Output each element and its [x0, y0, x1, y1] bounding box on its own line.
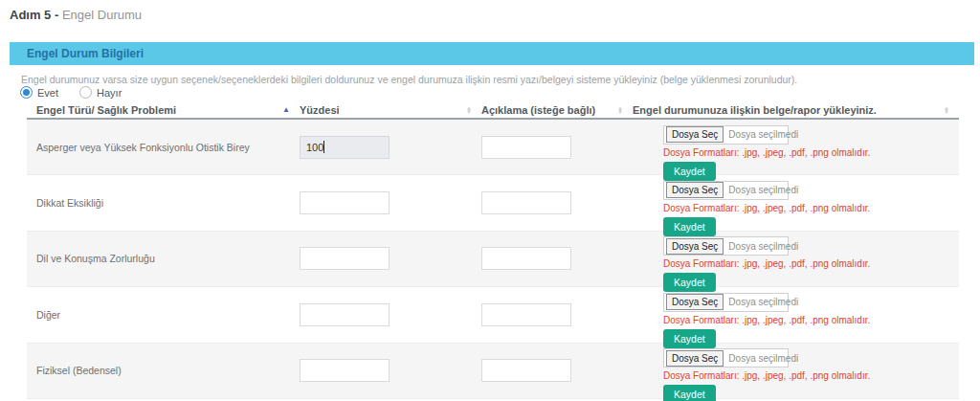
- header-document-upload[interactable]: Engel durumunuza ilişkin belge/rapor yük…: [633, 101, 959, 118]
- no-file-chosen-label: Dosya seçilmedi: [728, 185, 798, 195]
- header-document-upload-label: Engel durumunuza ilişkin belge/rapor yük…: [633, 104, 877, 116]
- table-row: Dikkat Eksikliği Dosya Seç Dosya seçilme…: [27, 175, 959, 231]
- choose-file-button[interactable]: Dosya Seç: [666, 238, 724, 255]
- table-row: Fiziksel (Bedensel) Dosya Seç Dosya seçi…: [27, 344, 959, 399]
- description-input[interactable]: [481, 303, 571, 326]
- row-label: Fiziksel (Bedensel): [27, 344, 300, 398]
- row-label: Dikkat Eksikliği: [27, 175, 300, 230]
- choose-file-button[interactable]: Dosya Seç: [666, 350, 724, 367]
- row-label: Dil ve Konuşma Zorlurluğu: [27, 232, 300, 286]
- no-file-chosen-label: Dosya seçilmedi: [728, 241, 798, 252]
- percentage-input[interactable]: [300, 191, 390, 214]
- sort-both-icon: ▲▼: [466, 106, 472, 114]
- file-input[interactable]: Dosya Seç Dosya seçilmedi: [663, 236, 789, 256]
- description-input[interactable]: [481, 191, 571, 214]
- file-input[interactable]: Dosya Seç Dosya seçilmedi: [663, 125, 789, 145]
- save-button[interactable]: Kaydet: [663, 385, 716, 401]
- sort-both-icon: ▲▼: [944, 106, 949, 114]
- header-percentage-label: Yüzdesi: [300, 104, 340, 116]
- choose-file-button[interactable]: Dosya Seç: [666, 126, 724, 143]
- file-format-warning: Dosya Formatları: .jpg, .jpeg, .pdf, .pn…: [663, 370, 959, 381]
- panel-header: Engel Durum Bilgileri: [10, 42, 974, 65]
- file-format-warning: Dosya Formatları: .jpg, .jpeg, .pdf, .pn…: [663, 258, 959, 269]
- radio-no-icon[interactable]: [79, 86, 92, 99]
- file-format-warning: Dosya Formatları: .jpg, .jpeg, .pdf, .pn…: [663, 315, 959, 325]
- file-input[interactable]: Dosya Seç Dosya seçilmedi: [663, 348, 789, 368]
- header-description-label: Açıklama (isteğe bağlı): [481, 104, 595, 116]
- disability-table: Engel Türü/ Sağlık Problemi ▲ Yüzdesi ▲▼…: [27, 101, 959, 399]
- description-input[interactable]: [481, 247, 571, 270]
- text-cursor: [323, 141, 324, 153]
- file-format-warning: Dosya Formatları: .jpg, .jpeg, .pdf, .pn…: [663, 203, 959, 213]
- row-label: Diğer: [27, 287, 300, 342]
- radio-yes-icon[interactable]: [20, 86, 33, 99]
- percentage-input[interactable]: 100: [300, 136, 390, 159]
- radio-no-label: Hayır: [97, 87, 122, 99]
- file-format-warning: Dosya Formatları: .jpg, .jpeg, .pdf, .pn…: [663, 147, 959, 158]
- percentage-input[interactable]: [300, 247, 390, 270]
- table-header-row: Engel Türü/ Sağlık Problemi ▲ Yüzdesi ▲▼…: [27, 101, 959, 120]
- header-description[interactable]: Açıklama (isteğe bağlı) ▲▼: [481, 101, 633, 118]
- table-row: Diğer Dosya Seç Dosya seçilmedi Dosya Fo…: [27, 287, 959, 343]
- sort-ascending-icon: ▲: [282, 106, 290, 114]
- description-input[interactable]: [481, 359, 571, 382]
- sort-both-icon: ▲▼: [617, 106, 623, 114]
- step-number-label: Adım 5 -: [10, 8, 58, 22]
- instruction-text: Engel durumunuz varsa size uygun seçenek…: [21, 74, 797, 85]
- step-name-label: Engel Durumu: [62, 8, 142, 22]
- choose-file-button[interactable]: Dosya Seç: [666, 294, 724, 310]
- no-file-chosen-label: Dosya seçilmedi: [728, 129, 798, 140]
- page-title: Adım 5 - Engel Durumu: [10, 8, 142, 22]
- row-label: Asperger veya Yüksek Fonksiyonlu Otistik…: [27, 120, 300, 174]
- percentage-value: 100: [306, 142, 323, 153]
- percentage-input[interactable]: [300, 359, 390, 382]
- no-file-chosen-label: Dosya seçilmedi: [728, 353, 798, 364]
- radio-option-no[interactable]: Hayır: [79, 86, 122, 99]
- choose-file-button[interactable]: Dosya Seç: [666, 182, 724, 198]
- header-percentage[interactable]: Yüzdesi ▲▼: [300, 101, 481, 118]
- header-disability-type[interactable]: Engel Türü/ Sağlık Problemi ▲: [27, 101, 300, 118]
- header-disability-type-label: Engel Türü/ Sağlık Problemi: [36, 104, 176, 116]
- percentage-input[interactable]: [300, 303, 390, 326]
- radio-yes-label: Evet: [37, 87, 58, 99]
- file-input[interactable]: Dosya Seç Dosya seçilmedi: [663, 181, 789, 200]
- disability-status-page: Adım 5 - Engel Durumu Engel Durum Bilgil…: [0, 0, 980, 401]
- no-file-chosen-label: Dosya seçilmedi: [728, 297, 798, 307]
- radio-option-yes[interactable]: Evet: [20, 86, 58, 99]
- disability-question-radios: Evet Hayır: [20, 86, 122, 99]
- file-input[interactable]: Dosya Seç Dosya seçilmedi: [663, 293, 789, 312]
- table-row: Asperger veya Yüksek Fonksiyonlu Otistik…: [27, 120, 959, 175]
- description-input[interactable]: [481, 136, 571, 159]
- table-row: Dil ve Konuşma Zorlurluğu Dosya Seç Dosy…: [27, 232, 959, 287]
- table-body: Asperger veya Yüksek Fonksiyonlu Otistik…: [27, 120, 959, 399]
